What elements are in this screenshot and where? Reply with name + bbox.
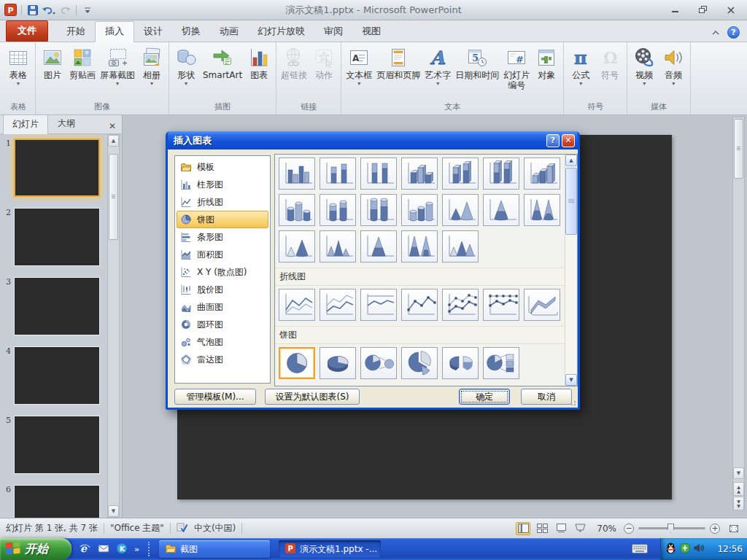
headerfooter-button[interactable]: 页眉和页脚 [374,44,422,82]
chart-type-3d-exploded-pie[interactable] [442,347,479,379]
redo-icon[interactable] [58,3,71,18]
app-icon[interactable]: P [4,3,17,18]
theme-name[interactable]: "Office 主题" [110,522,164,534]
customize-qat-icon[interactable] [81,3,94,18]
chart-type-3d-column[interactable] [524,158,560,190]
chart-category-templates[interactable]: 模板 [177,158,268,176]
panel-scrollbar-thumb[interactable] [109,154,118,240]
start-button[interactable]: 开始 [0,538,71,560]
chart-button[interactable]: 图表 [244,44,274,82]
chart-category-scatter[interactable]: X Y (散点图) [177,263,268,281]
dialog-help-icon[interactable]: ? [546,134,560,147]
help-icon[interactable]: ? [727,26,740,39]
ie-icon[interactable]: e [79,542,91,556]
collapse-ribbon-icon[interactable] [711,28,720,38]
tab-slideshow[interactable]: 幻灯片放映 [248,22,314,42]
slide-thumbnail[interactable] [14,416,100,474]
chart-type-3d-cylinder[interactable] [401,194,438,226]
volume-speaker-icon[interactable] [694,543,704,555]
panel-scrollbar[interactable]: ▲ ▼ [107,134,120,518]
chart-category-doughnut[interactable]: 圆环图 [177,316,268,333]
gallery-scrollbar-thumb[interactable] [565,168,577,235]
save-icon[interactable] [26,3,39,18]
previous-slide-button[interactable]: ▲▲ [733,482,744,496]
album-button[interactable]: 相册▾ [137,44,166,88]
chart-type-3d-100-stacked-column[interactable] [483,158,519,190]
panel-tab-outline[interactable]: 大纲 [48,114,85,133]
cancel-button[interactable]: 取消 [521,389,572,405]
chart-type-100-stacked-cylinder[interactable] [360,194,397,226]
chart-type-3d-cone[interactable] [279,230,315,262]
fit-to-window-button[interactable] [727,522,741,535]
panel-tab-slides[interactable]: 幻灯片 [3,114,48,134]
tab-transitions[interactable]: 切换 [172,22,210,42]
zoom-out-button[interactable]: − [624,524,634,534]
slide-thumbnail[interactable] [14,277,100,335]
antivirus-shield-icon[interactable] [680,542,690,556]
datetime-button[interactable]: 5日期和时间 [453,44,501,82]
minimize-button[interactable] [667,4,684,15]
slide-sorter-view-button[interactable] [535,522,549,535]
main-scrollbar-thumb[interactable] [734,119,743,179]
tab-review[interactable]: 审阅 [314,22,352,42]
undo-icon[interactable] [42,3,56,18]
table-button[interactable]: 表格▾ [4,44,33,88]
zoom-slider[interactable] [638,527,705,529]
chart-type-100-stacked-pyramid[interactable] [401,230,438,262]
close-button[interactable] [722,4,740,15]
chart-type-exploded-pie[interactable] [401,347,438,379]
chart-category-surface[interactable]: 曲面图 [177,298,268,316]
chart-type-line[interactable] [279,289,315,321]
chart-type-stacked-cylinder[interactable] [320,194,356,226]
tab-design[interactable]: 设计 [134,22,172,42]
video-button[interactable]: 视频▾ [630,44,659,88]
chart-type-clustered-pyramid[interactable] [320,230,356,262]
action-button[interactable]: 动作 [309,44,338,82]
chart-category-column[interactable]: 柱形图 [177,176,268,193]
scroll-down-icon[interactable]: ▼ [733,467,744,479]
reading-view-button[interactable] [554,522,568,535]
zoom-slider-thumb[interactable] [667,524,674,533]
chart-category-area[interactable]: 面积图 [177,246,268,263]
ok-button[interactable]: 确定 [459,389,510,405]
quick-launch-overflow-chevron[interactable]: » [134,545,139,554]
chart-type-stacked-column[interactable] [320,158,356,190]
scroll-up-icon[interactable]: ▲ [108,135,119,147]
hyperlink-button[interactable]: 超链接 [279,44,309,82]
chart-type-stacked-pyramid[interactable] [360,230,397,262]
chart-type-3d-line[interactable] [524,289,560,321]
clipart-button[interactable]: 剪贴画 [67,44,98,82]
picture-button[interactable]: 图片 [38,44,67,82]
slide-thumbnail[interactable] [14,139,100,197]
main-scrollbar[interactable]: ▼ ▲▲ ▼▼ [732,117,745,510]
tab-view[interactable]: 视图 [352,22,390,42]
tab-file[interactable]: 文件 [6,20,48,42]
chart-type-3d-pie[interactable] [320,347,356,379]
chart-type-100-stacked-cone[interactable] [524,194,560,226]
chart-type-stacked-line[interactable] [320,289,356,321]
slide-thumbnail[interactable] [14,485,100,518]
chart-type-3d-stacked-column[interactable] [442,158,479,190]
next-slide-button[interactable]: ▼▼ [733,497,744,510]
object-button[interactable]: 对象 [532,44,561,82]
chart-type-stacked-cone[interactable] [483,194,519,226]
input-method-keyboard-icon[interactable] [632,544,648,556]
manage-templates-button[interactable]: 管理模板(M)... [174,389,256,405]
task-button-ppt[interactable]: P演示文稿1.pptx -... [279,540,381,558]
chart-type-stacked-line-with-markers[interactable] [442,289,479,321]
chart-category-pie[interactable]: 饼图 [177,211,268,228]
dialog-title-bar[interactable]: 插入图表 ? ✕ [168,131,578,149]
chart-category-bubble[interactable]: 气泡图 [177,333,268,351]
k-player-icon[interactable]: K [116,542,128,556]
qq-icon[interactable] [665,542,676,556]
equation-button[interactable]: π公式▾ [566,44,595,88]
normal-view-button[interactable] [516,522,530,535]
chart-type-100-stacked-column[interactable] [360,158,397,190]
zoom-in-button[interactable]: + [710,524,720,534]
spellcheck-icon[interactable] [177,522,188,534]
chart-category-line[interactable]: 折线图 [177,193,268,211]
scroll-down-icon[interactable]: ▼ [108,505,119,517]
chart-type-clustered-column[interactable] [279,158,315,190]
set-default-chart-button[interactable]: 设置为默认图表(S) [265,389,360,405]
task-button-jietu[interactable]: 截图 [159,540,270,558]
